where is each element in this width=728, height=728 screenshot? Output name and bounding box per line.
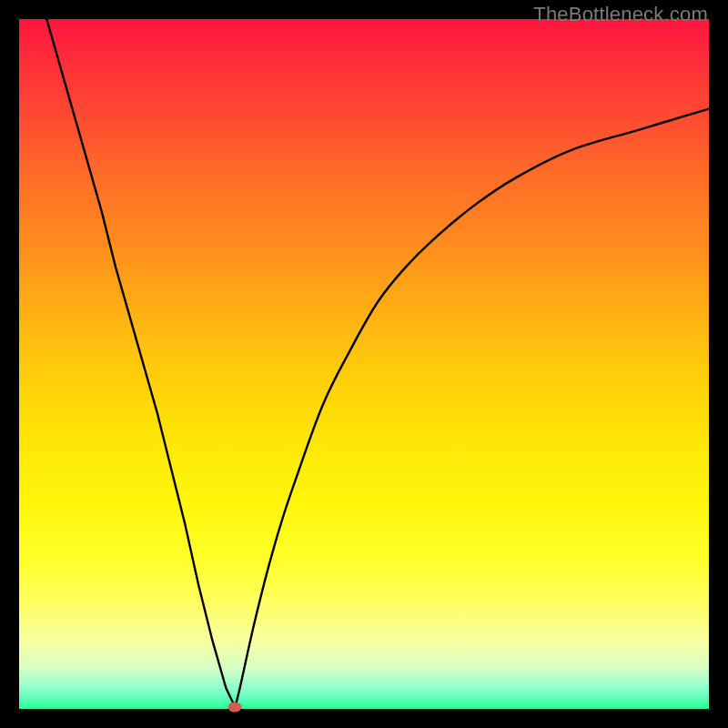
chart-frame: TheBottleneck.com — [0, 0, 728, 728]
plot-gradient-background — [19, 19, 709, 709]
watermark-text: TheBottleneck.com — [533, 3, 708, 26]
optimal-point-marker — [228, 702, 242, 712]
